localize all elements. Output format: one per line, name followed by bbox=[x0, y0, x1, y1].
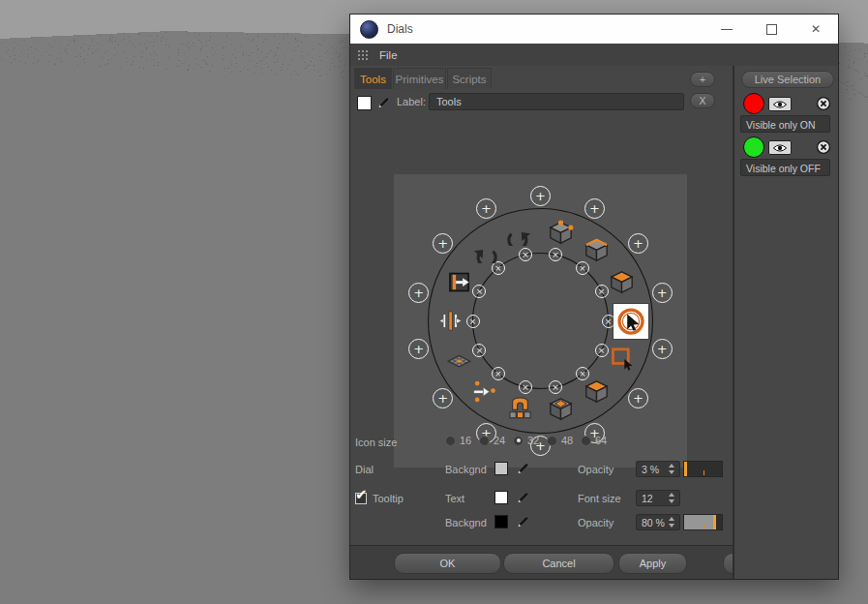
label-caption: Label: bbox=[397, 96, 426, 107]
menu-file[interactable]: File bbox=[379, 49, 398, 61]
redo-arrow-icon[interactable] bbox=[507, 220, 533, 246]
tooltip-backgnd-eyedropper-icon[interactable] bbox=[516, 513, 531, 528]
cube-points-icon[interactable] bbox=[181, 178, 204, 201]
add-slot-button[interactable]: + bbox=[584, 198, 605, 219]
live-selection-panel: Live Selection Visible only ON Visible o… bbox=[734, 66, 838, 579]
titlebar[interactable]: Dials — ✕ bbox=[350, 15, 838, 45]
ok-button[interactable]: OK bbox=[394, 553, 501, 574]
apply-button[interactable]: Apply bbox=[618, 553, 687, 574]
label-color-checkbox[interactable] bbox=[357, 96, 372, 110]
remove-slot-button[interactable]: × bbox=[549, 380, 562, 394]
maximize-button[interactable] bbox=[749, 15, 793, 44]
window-title: Dials bbox=[387, 22, 413, 36]
cancel-button[interactable]: Cancel bbox=[503, 553, 614, 574]
label-input[interactable]: Tools bbox=[429, 93, 684, 110]
add-slot-button[interactable]: + bbox=[652, 283, 673, 303]
tooltip-opacity-field[interactable]: 80 % bbox=[636, 514, 680, 530]
remove-slot-button[interactable]: × bbox=[519, 380, 532, 394]
plane-grid-icon[interactable] bbox=[65, 323, 88, 347]
cube-diamond-icon[interactable] bbox=[181, 379, 204, 403]
rect-selection-icon[interactable] bbox=[609, 347, 635, 373]
visibility-eye-button[interactable] bbox=[768, 97, 792, 111]
spinner-arrows-icon[interactable] bbox=[668, 492, 676, 504]
dial-opacity-field[interactable]: 3 % bbox=[636, 461, 680, 477]
grip-icon[interactable] bbox=[357, 49, 370, 61]
add-slot-button[interactable]: + bbox=[408, 339, 429, 359]
tab-primitives[interactable]: Primitives bbox=[393, 68, 446, 89]
visibility-mode-field[interactable]: Visible only ON bbox=[740, 115, 830, 133]
viewport-dial[interactable] bbox=[24, 145, 314, 436]
close-button[interactable]: ✕ bbox=[793, 15, 838, 44]
cube-edge-icon[interactable] bbox=[584, 237, 610, 263]
tooltip-text-eyedropper-icon[interactable] bbox=[516, 489, 531, 504]
plane-grid-icon[interactable] bbox=[446, 347, 472, 373]
dial-backgnd-swatch[interactable] bbox=[494, 462, 508, 475]
tooltip-opacity-slider[interactable] bbox=[683, 514, 723, 530]
remove-slot-button[interactable]: × bbox=[595, 344, 609, 357]
tooltip-backgnd-label: Backgnd bbox=[445, 517, 487, 528]
highlighted-slot[interactable] bbox=[614, 304, 648, 339]
spinner-arrows-icon[interactable] bbox=[668, 516, 676, 528]
arch-icon[interactable] bbox=[135, 379, 158, 403]
undo-arrow-icon[interactable] bbox=[471, 237, 497, 263]
live-selection-icon[interactable] bbox=[255, 273, 290, 308]
scale-sliders-icon[interactable] bbox=[437, 308, 464, 334]
add-slot-button[interactable]: + bbox=[530, 186, 551, 206]
panel-arrow-icon[interactable] bbox=[65, 234, 88, 257]
icon-size-radio-16[interactable]: 16 bbox=[445, 435, 471, 446]
dial-backgnd-eyedropper-icon[interactable] bbox=[516, 460, 531, 475]
minimize-button[interactable]: — bbox=[704, 15, 749, 44]
icon-size-radio-64[interactable]: 64 bbox=[581, 435, 607, 446]
cube-diamond-icon[interactable] bbox=[548, 396, 574, 422]
tooltip-text-swatch[interactable] bbox=[494, 491, 508, 504]
icon-size-radio-48[interactable]: 48 bbox=[547, 435, 573, 446]
cube-solid-icon[interactable] bbox=[223, 360, 246, 383]
add-tab-button[interactable]: + bbox=[690, 72, 715, 87]
selection-color-green[interactable] bbox=[743, 136, 764, 158]
scale-sliders-icon[interactable] bbox=[54, 279, 77, 302]
cube-top-icon[interactable] bbox=[609, 269, 635, 295]
add-slot-button[interactable]: + bbox=[433, 233, 453, 254]
arch-icon[interactable] bbox=[507, 396, 533, 422]
add-slot-button[interactable]: + bbox=[652, 339, 673, 359]
rect-selection-icon[interactable] bbox=[251, 323, 274, 347]
font-size-field[interactable]: 12 bbox=[636, 490, 680, 506]
redo-arrow-icon[interactable] bbox=[135, 178, 158, 201]
cube-points-icon[interactable] bbox=[548, 220, 574, 246]
remove-item-button[interactable] bbox=[816, 96, 831, 111]
icon-size-radio-24[interactable]: 24 bbox=[479, 435, 505, 446]
circle-x-icon bbox=[816, 96, 831, 111]
remove-item-button[interactable] bbox=[816, 139, 831, 155]
cube-edge-icon[interactable] bbox=[223, 197, 246, 221]
eye-icon bbox=[772, 100, 788, 109]
selection-color-red[interactable] bbox=[743, 93, 764, 114]
dial-backgnd-label: Backgnd bbox=[445, 464, 487, 475]
spinner-arrows-icon[interactable] bbox=[668, 463, 676, 475]
add-slot-button[interactable]: + bbox=[476, 198, 496, 219]
remove-slot-button[interactable]: × bbox=[466, 315, 480, 328]
remove-slot-button[interactable]: × bbox=[595, 285, 609, 298]
icon-size-radio-32[interactable]: 32 bbox=[513, 435, 539, 446]
panel-arrow-icon[interactable] bbox=[446, 269, 472, 295]
visibility-mode-field[interactable]: Visible only OFF bbox=[740, 159, 830, 176]
undo-arrow-icon[interactable] bbox=[93, 197, 116, 221]
move-points-icon[interactable] bbox=[471, 378, 497, 405]
eyedropper-icon[interactable] bbox=[376, 94, 392, 109]
cube-top-icon[interactable] bbox=[251, 234, 274, 257]
dial-preview[interactable]: ++++++++++++++×××××××××××××× bbox=[394, 174, 687, 468]
cube-solid-icon[interactable] bbox=[584, 378, 610, 405]
tooltip-checkmark-icon: ✔ bbox=[355, 489, 368, 500]
font-size-label: Font size bbox=[578, 493, 621, 504]
tooltip-opacity-label: Opacity bbox=[578, 517, 614, 528]
add-slot-button[interactable]: + bbox=[628, 233, 648, 254]
icon-size-label: Icon size bbox=[355, 437, 397, 448]
visibility-eye-button[interactable] bbox=[768, 140, 792, 155]
tab-tools[interactable]: Tools bbox=[354, 68, 392, 89]
move-points-icon[interactable] bbox=[93, 360, 116, 383]
tab-scripts[interactable]: Scripts bbox=[447, 68, 492, 89]
live-selection-button[interactable]: Live Selection bbox=[741, 71, 834, 88]
dial-opacity-slider[interactable] bbox=[683, 461, 723, 477]
tooltip-backgnd-swatch[interactable] bbox=[494, 515, 508, 528]
clear-label-button[interactable]: X bbox=[690, 93, 715, 108]
app-icon bbox=[360, 20, 378, 39]
